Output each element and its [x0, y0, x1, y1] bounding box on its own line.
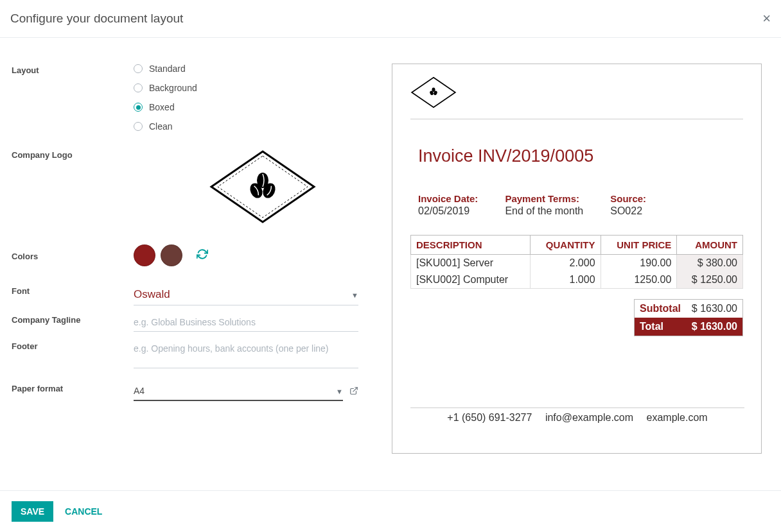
- invoice-lines-table: DESCRIPTION QUANTITY UNIT PRICE AMOUNT […: [410, 235, 743, 289]
- col-unit-price: UNIT PRICE: [601, 236, 677, 255]
- cancel-button[interactable]: CANCEL: [65, 506, 102, 517]
- subtotal-value: $ 1630.00: [692, 303, 737, 314]
- paper-format-label: Paper format: [12, 382, 134, 401]
- radio-icon: [134, 103, 143, 112]
- preview-logo-icon: [410, 76, 457, 109]
- modal-header: Configure your document layout ×: [0, 0, 781, 38]
- config-form: Layout Standard Background Boxed Clean: [12, 64, 392, 454]
- table-row: [SKU001] Server 2.000 190.00 $ 380.00: [411, 255, 743, 272]
- font-select[interactable]: Oswald ▼: [134, 284, 358, 305]
- secondary-color-swatch[interactable]: [161, 245, 182, 266]
- cell-qty: 1.000: [531, 271, 601, 289]
- radio-label: Boxed: [149, 102, 175, 112]
- close-icon[interactable]: ×: [762, 12, 771, 26]
- total-value: $ 1630.00: [692, 321, 737, 332]
- layout-label: Layout: [12, 64, 134, 141]
- modal-footer: SAVE CANCEL: [0, 490, 781, 532]
- preview-footer: +1 (650) 691-3277 info@example.com examp…: [410, 408, 744, 424]
- cell-price: 1250.00: [601, 271, 677, 289]
- font-label: Font: [12, 284, 134, 305]
- invoice-title: Invoice INV/2019/0005: [410, 146, 743, 166]
- external-link-icon[interactable]: [349, 386, 358, 397]
- radio-label: Standard: [149, 64, 186, 74]
- modal-title: Configure your document layout: [10, 12, 183, 26]
- document-preview: Invoice INV/2019/0005 Invoice Date: 02/0…: [392, 64, 762, 454]
- col-description: DESCRIPTION: [411, 236, 531, 255]
- svg-marker-6: [412, 78, 455, 108]
- radio-icon: [134, 122, 143, 131]
- layout-option-clean[interactable]: Clean: [134, 121, 358, 132]
- radio-label: Clean: [149, 121, 173, 132]
- cell-amount: $ 1250.00: [677, 271, 743, 289]
- cell-price: 190.00: [601, 255, 677, 272]
- company-logo-label: Company Logo: [12, 148, 134, 233]
- layout-radio-group: Standard Background Boxed Clean: [134, 64, 358, 141]
- cell-amount: $ 380.00: [677, 255, 743, 272]
- footer-web: example.com: [647, 412, 708, 423]
- table-row: [SKU002] Computer 1.000 1250.00 $ 1250.0…: [411, 271, 743, 289]
- paper-format-select[interactable]: A4: [134, 382, 343, 401]
- radio-icon: [134, 83, 143, 92]
- invoice-totals: Subtotal $ 1630.00 Total $ 1630.00: [634, 299, 743, 336]
- invoice-date-value: 02/05/2019: [418, 205, 478, 217]
- svg-point-9: [432, 87, 435, 92]
- tagline-label: Company Tagline: [12, 313, 134, 332]
- subtotal-label: Subtotal: [640, 303, 681, 314]
- layout-option-standard[interactable]: Standard: [134, 64, 358, 74]
- company-logo-upload[interactable]: [150, 148, 375, 225]
- source-label: Source:: [610, 193, 646, 204]
- radio-label: Background: [149, 83, 197, 93]
- col-amount: AMOUNT: [677, 236, 743, 255]
- svg-line-5: [353, 387, 357, 391]
- footer-email: info@example.com: [545, 412, 633, 423]
- tagline-input[interactable]: [134, 313, 358, 332]
- footer-label: Footer: [12, 339, 134, 370]
- cell-desc: [SKU001] Server: [411, 255, 531, 272]
- footer-input[interactable]: [134, 339, 358, 368]
- primary-color-swatch[interactable]: [134, 245, 155, 266]
- refresh-colors-icon[interactable]: [197, 248, 208, 262]
- font-value: Oswald: [134, 284, 358, 305]
- radio-icon: [134, 64, 143, 73]
- layout-option-background[interactable]: Background: [134, 83, 358, 93]
- total-label: Total: [640, 321, 663, 332]
- payment-terms-value: End of the month: [505, 205, 583, 217]
- save-button[interactable]: SAVE: [12, 501, 53, 522]
- logo-icon: [208, 148, 317, 225]
- divider: [410, 119, 743, 119]
- invoice-meta: Invoice Date: 02/05/2019 Payment Terms: …: [410, 193, 743, 217]
- cell-desc: [SKU002] Computer: [411, 271, 531, 289]
- colors-label: Colors: [12, 250, 134, 261]
- invoice-date-label: Invoice Date:: [418, 193, 478, 204]
- payment-terms-label: Payment Terms:: [505, 193, 583, 204]
- preview-panel: Invoice INV/2019/0005 Invoice Date: 02/0…: [392, 64, 769, 454]
- modal-body: Layout Standard Background Boxed Clean: [0, 38, 781, 465]
- layout-option-boxed[interactable]: Boxed: [134, 102, 358, 112]
- col-quantity: QUANTITY: [531, 236, 601, 255]
- cell-qty: 2.000: [531, 255, 601, 272]
- footer-phone: +1 (650) 691-3277: [447, 412, 532, 423]
- color-swatches: [134, 245, 358, 266]
- source-value: SO022: [610, 205, 646, 217]
